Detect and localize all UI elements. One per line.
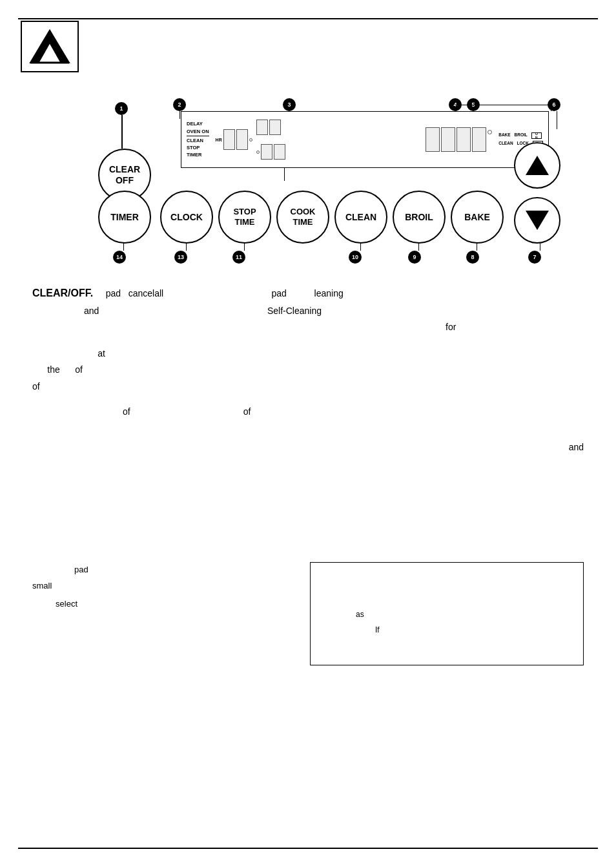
left-line1: pad — [32, 562, 291, 578]
para3-text: for — [446, 322, 456, 332]
section-title: CLEAR/OFF. — [32, 287, 93, 298]
broil-button[interactable]: BROIL — [393, 191, 446, 244]
cook-time-button[interactable]: COOKTIME — [276, 191, 329, 244]
callout-13: 13 — [174, 251, 187, 264]
timer-label: TIMER — [110, 212, 139, 223]
broil-display-label: BROIL — [515, 132, 528, 139]
paragraph-3: for — [32, 319, 584, 335]
seg-row-bottom — [256, 144, 285, 160]
oven-on-label: OVEN ON — [187, 128, 209, 135]
timer-button[interactable]: TIMER — [98, 191, 151, 244]
large-seg — [457, 127, 471, 152]
line-top-right — [456, 105, 551, 105]
para8-text: and — [569, 442, 584, 452]
seg-group-1: HR — [216, 129, 252, 150]
bake-label: BAKE — [464, 212, 490, 223]
bottom-border — [18, 848, 598, 849]
colon-dot-top — [249, 138, 252, 141]
para5-text: the of — [32, 364, 83, 375]
para2-text: and Self-Cleaning — [84, 306, 322, 316]
seg-digit — [223, 129, 235, 150]
para4-text: at — [32, 348, 105, 359]
callout-1: 1 — [115, 102, 128, 115]
top-border — [18, 18, 598, 19]
stop-time-label: STOPTIME — [233, 207, 256, 227]
line-6-up — [551, 105, 551, 111]
line-14-down — [123, 243, 124, 251]
clock-label: CLOCK — [170, 212, 203, 223]
callout-7: 7 — [528, 251, 541, 264]
seg-group-2 — [256, 116, 285, 163]
seg-digit — [256, 120, 268, 135]
seg-row-top — [256, 120, 285, 135]
left-text-2: small — [32, 581, 52, 590]
degree-symbol — [488, 130, 492, 134]
clean-label: CLEAN — [345, 212, 376, 223]
line-2-down — [180, 111, 180, 119]
text-content-area: CLEAR/OFF. pad cancelall pad leaning and… — [32, 284, 584, 455]
info-as-text: as — [323, 610, 364, 619]
callout-9: 9 — [408, 251, 421, 264]
bake-button[interactable]: BAKE — [451, 191, 504, 244]
seg-digit — [274, 144, 285, 160]
paragraph-6: of — [32, 379, 584, 395]
display-text-labels: DELAY OVEN ON CLEAN STOP TIMER — [187, 120, 209, 158]
left-text-block: pad small select — [32, 562, 291, 615]
colon-dot — [256, 151, 260, 154]
control-panel-display: DELAY OVEN ON CLEAN STOP TIMER HR — [181, 111, 549, 168]
seg-group-large — [426, 127, 492, 152]
para7-text: of of — [32, 406, 251, 417]
callout-14: 14 — [113, 251, 126, 264]
info-box-text: as If — [323, 576, 570, 638]
left-line2: small — [32, 578, 291, 594]
broil-indicator-box: ON — [531, 132, 542, 139]
down-arrow-button[interactable] — [514, 197, 560, 244]
left-line3: select — [32, 594, 291, 615]
delay-label: DELAY — [187, 120, 209, 127]
large-seg — [426, 127, 440, 152]
stop-label: STOP — [187, 144, 209, 151]
hr-label: HR — [216, 138, 222, 142]
line-1-down — [121, 115, 123, 149]
logo — [21, 21, 79, 72]
triangle-down-icon — [526, 211, 549, 230]
seg-digit — [236, 129, 248, 150]
callout-2: 2 — [173, 98, 186, 111]
timer-label: TIMER — [187, 151, 209, 158]
bake-broil-row: BAKE BROIL ON — [498, 132, 543, 139]
broil-label: BROIL — [405, 212, 433, 223]
para6-text: of — [32, 381, 40, 392]
clean-display-label: CLEAN — [498, 141, 513, 147]
callout-10: 10 — [349, 251, 362, 264]
info-box: as If — [310, 562, 584, 665]
line-6-down — [557, 111, 557, 129]
paragraph-4: at — [32, 346, 584, 362]
stop-time-button[interactable]: STOPTIME — [218, 191, 271, 244]
seg-digits-1 — [223, 129, 248, 150]
line-9-down — [418, 243, 419, 251]
line-8-down — [477, 243, 477, 251]
paragraph-5: the of — [32, 362, 584, 378]
cook-time-label: COOKTIME — [291, 207, 316, 227]
line-4-down — [456, 105, 457, 111]
callout-3: 3 — [283, 98, 296, 111]
clean-button[interactable]: CLEAN — [334, 191, 387, 244]
clean-label: CLEAN — [187, 137, 209, 144]
large-seg — [441, 127, 455, 152]
paragraph-7: of of — [32, 404, 584, 420]
line-11-down — [244, 243, 245, 251]
clear-off-label: CLEAROFF — [109, 164, 140, 186]
para1-text: pad cancelall pad leaning — [96, 288, 344, 298]
callout-8: 8 — [466, 251, 479, 264]
divider — [187, 136, 209, 136]
seg-digit — [261, 144, 272, 160]
logo-icon — [27, 27, 72, 66]
left-text-1: pad — [32, 565, 88, 574]
left-text-3: select — [32, 599, 77, 609]
up-arrow-button[interactable] — [514, 142, 560, 189]
paragraph-1: CLEAR/OFF. pad cancelall pad leaning — [32, 284, 584, 303]
clock-button[interactable]: CLOCK — [160, 191, 213, 244]
info-if-text: If — [323, 625, 380, 634]
line-7-down — [540, 243, 540, 251]
bake-display-label: BAKE — [498, 132, 510, 139]
